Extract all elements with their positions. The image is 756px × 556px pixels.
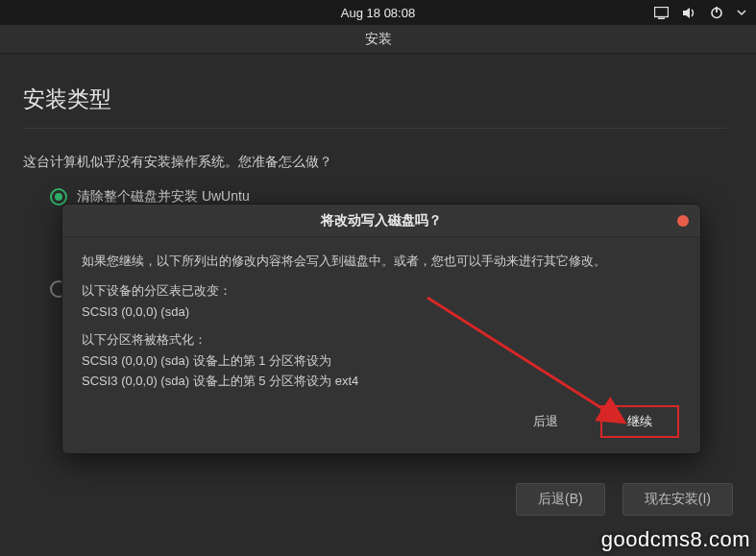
top-menubar: Aug 18 08:08 (0, 0, 756, 25)
topbar-status-icons (654, 6, 746, 19)
wizard-footer-buttons: 后退(B) 现在安装(I) (516, 483, 733, 516)
power-icon[interactable] (710, 6, 723, 19)
main-content: 安装类型 这台计算机似乎没有安装操作系统。您准备怎么做？ 清除整个磁盘并安装 U… (0, 54, 756, 205)
page-title: 安装类型 (23, 85, 727, 114)
window-title: 安装 (0, 25, 756, 54)
dialog-footer: 后退 继续 (62, 396, 700, 453)
wizard-install-button[interactable]: 现在安装(I) (622, 483, 733, 516)
close-icon[interactable] (677, 215, 689, 227)
svg-rect-0 (655, 7, 669, 16)
question-text: 这台计算机似乎没有安装操作系统。您准备怎么做？ (23, 154, 727, 171)
watermark: goodcms8.com (601, 527, 750, 552)
continue-button[interactable]: 继续 (600, 405, 679, 438)
format-item: SCSI3 (0,0,0) (sda) 设备上的第 1 分区将设为 (82, 351, 681, 371)
dialog-title: 将改动写入磁盘吗？ (62, 205, 700, 237)
dialog-body: 如果您继续，以下所列出的修改内容将会写入到磁盘中。或者，您也可以手动来进行其它修… (62, 237, 700, 396)
partition-table-item: SCSI3 (0,0,0) (sda) (82, 302, 681, 322)
dialog-intro: 如果您继续，以下所列出的修改内容将会写入到磁盘中。或者，您也可以手动来进行其它修… (82, 251, 681, 271)
confirm-dialog: 将改动写入磁盘吗？ 如果您继续，以下所列出的修改内容将会写入到磁盘中。或者，您也… (61, 204, 701, 454)
separator (23, 128, 727, 129)
format-header: 以下分区将被格式化： (82, 329, 681, 350)
wizard-back-button[interactable]: 后退(B) (516, 483, 605, 516)
svg-rect-1 (658, 17, 665, 19)
chevron-down-icon[interactable] (737, 9, 746, 16)
datetime-label: Aug 18 08:08 (341, 6, 415, 20)
screen-icon[interactable] (654, 7, 669, 19)
back-button[interactable]: 后退 (520, 407, 572, 436)
volume-icon[interactable] (682, 7, 696, 19)
partition-table-header: 以下设备的分区表已改变： (82, 280, 681, 301)
format-item: SCSI3 (0,0,0) (sda) 设备上的第 5 分区将设为 ext4 (82, 371, 681, 391)
